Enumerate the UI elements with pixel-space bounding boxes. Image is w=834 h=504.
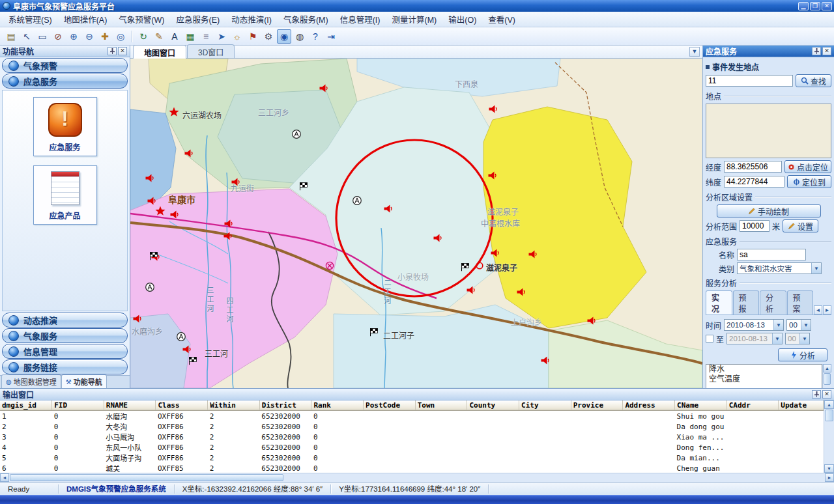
analysis-tab[interactable]: 预案: [787, 290, 814, 315]
menu-item[interactable]: 应急服务(E): [170, 11, 225, 27]
warning-speaker-icon[interactable]: [145, 174, 155, 184]
flag-marker-icon[interactable]: [461, 263, 470, 272]
star-marker-icon[interactable]: [169, 107, 180, 118]
menu-item[interactable]: 输出(O): [442, 11, 482, 27]
flag-marker-icon[interactable]: [369, 328, 379, 337]
column-header[interactable]: Address: [623, 400, 675, 411]
column-header[interactable]: FID: [52, 400, 104, 411]
station-marker-icon[interactable]: [177, 332, 186, 342]
column-header[interactable]: Provice: [571, 400, 623, 411]
minimize-button[interactable]: ▁: [798, 2, 809, 10]
zoom-in-button[interactable]: ⊕: [66, 29, 81, 44]
menu-item[interactable]: 信息管理(I): [334, 11, 386, 27]
menu-item[interactable]: 测量计算(M): [386, 11, 443, 27]
warning-speaker-icon[interactable]: [467, 286, 476, 296]
pin-icon[interactable]: [108, 47, 117, 55]
list-scrollbar[interactable]: ▲ ▼: [822, 364, 831, 388]
flag-marker-icon[interactable]: [188, 357, 197, 365]
zoom-out-button[interactable]: ⊖: [82, 29, 96, 44]
warning-speaker-icon[interactable]: [182, 345, 192, 355]
image-export-button[interactable]: ▦: [183, 29, 197, 44]
warning-speaker-icon[interactable]: [517, 288, 526, 298]
warning-speaker-icon[interactable]: [488, 171, 498, 181]
manual-draw-button[interactable]: 手动绘制: [717, 204, 821, 217]
paste-button[interactable]: ▤: [4, 29, 18, 44]
warning-speaker-icon[interactable]: [147, 197, 157, 206]
analysis-item-list[interactable]: 降水空气温度: [706, 364, 822, 388]
scroll-up-icon[interactable]: ▲: [823, 364, 831, 372]
star-marker-icon[interactable]: [155, 206, 166, 217]
layer-dropdown-icon[interactable]: ▼: [689, 47, 700, 57]
panel-tab[interactable]: ⚒功能导航: [61, 374, 107, 388]
close-icon[interactable]: ✕: [118, 47, 127, 55]
select-area-button[interactable]: ▭: [35, 29, 50, 44]
warning-speaker-icon[interactable]: [528, 250, 538, 260]
table-row[interactable]: 20大冬沟OXFF8626523020000Da dong gou: [0, 421, 824, 432]
export-button[interactable]: ⇥: [324, 29, 338, 44]
column-header[interactable]: Rank: [311, 400, 364, 411]
analysis-tab[interactable]: 实况: [706, 290, 732, 315]
warning-speaker-icon[interactable]: [170, 210, 180, 220]
refresh-button[interactable]: ↻: [136, 29, 151, 44]
warning-speaker-icon[interactable]: [384, 204, 394, 214]
warning-speaker-icon[interactable]: [489, 105, 498, 115]
scroll-down-icon[interactable]: ▼: [824, 464, 834, 473]
panel-tab[interactable]: ◍地图数据管理: [1, 374, 61, 388]
close-icon[interactable]: ✕: [822, 390, 831, 399]
chevron-down-icon[interactable]: ▼: [772, 333, 782, 344]
chevron-down-icon[interactable]: ▼: [773, 320, 783, 330]
search-button[interactable]: 查找: [796, 74, 831, 87]
column-header[interactable]: Update: [779, 400, 824, 411]
warning-speaker-icon[interactable]: [184, 149, 194, 159]
full-extent-button[interactable]: ◎: [113, 29, 128, 44]
ring-marker-icon[interactable]: [476, 262, 484, 270]
nav-button[interactable]: 气象服务: [2, 328, 128, 343]
column-header[interactable]: PostCode: [364, 400, 416, 411]
set-range-button[interactable]: 设置: [783, 219, 818, 232]
pan-button[interactable]: ✚: [98, 29, 112, 44]
menu-item[interactable]: 查看(V): [482, 11, 521, 27]
location-listbox[interactable]: [706, 104, 831, 158]
output-vscrollbar[interactable]: ▲ ▼: [824, 400, 834, 473]
warning-speaker-icon[interactable]: [224, 219, 234, 229]
table-row[interactable]: 30小马厩沟OXFF8626523020000Xiao ma ...: [0, 432, 824, 442]
column-header[interactable]: County: [467, 400, 519, 411]
column-header[interactable]: CName: [675, 400, 727, 411]
scroll-right-icon[interactable]: ►: [825, 473, 834, 482]
column-header[interactable]: dmgis_id: [0, 400, 52, 411]
tabs-scroll-right-icon[interactable]: ►: [823, 305, 831, 315]
map-tab[interactable]: 地图窗口: [133, 45, 186, 59]
end-hour-select[interactable]: 00▼: [785, 333, 810, 344]
list-item[interactable]: 空气温度: [706, 374, 822, 384]
station-marker-icon[interactable]: [292, 130, 302, 139]
analysis-tab[interactable]: 分析: [760, 290, 786, 315]
analysis-tab[interactable]: 预报: [733, 290, 760, 315]
chevron-down-icon[interactable]: ▼: [811, 263, 821, 273]
pin-icon[interactable]: [812, 47, 821, 55]
warning-speaker-icon[interactable]: [133, 315, 143, 324]
restore-button[interactable]: ❐: [810, 2, 820, 10]
map-canvas[interactable]: 六运湖农场三工河乡下西泉阜康市九运街滋泥泉子中葛根水库滋泥泉子上户沟乡小泉牧场三…: [130, 59, 702, 388]
column-header[interactable]: Within: [208, 400, 260, 411]
help-button[interactable]: ?: [308, 29, 323, 44]
service-name-input[interactable]: [737, 249, 806, 260]
longitude-input[interactable]: [724, 161, 782, 173]
to-checkbox[interactable]: [706, 335, 713, 343]
warning-speaker-icon[interactable]: [491, 249, 500, 259]
warning-speaker-icon[interactable]: [319, 84, 329, 94]
menu-item[interactable]: 系统管理(S): [3, 11, 58, 27]
nav-button[interactable]: 服务链接: [2, 359, 128, 374]
flag-marker-icon[interactable]: [299, 182, 308, 191]
settings-gear-button[interactable]: ⚙: [261, 29, 276, 44]
flag-tool-button[interactable]: ⚑: [246, 29, 260, 44]
warning-speaker-icon[interactable]: [231, 178, 241, 188]
map-tab[interactable]: 3D窗口: [187, 44, 235, 58]
emergency-product-tool[interactable]: 应急产品: [33, 165, 97, 225]
column-header[interactable]: Town: [415, 400, 467, 411]
table-row[interactable]: 60城关OXFF8526523020000Cheng guan: [0, 463, 824, 473]
hour-select[interactable]: 00▼: [786, 319, 811, 331]
nav-button[interactable]: 动态推演: [2, 313, 128, 328]
output-hscrollbar[interactable]: ◄ ►: [0, 473, 834, 482]
web-globe-button[interactable]: ◉: [277, 29, 291, 44]
menu-item[interactable]: 气象预警(W): [113, 11, 170, 27]
